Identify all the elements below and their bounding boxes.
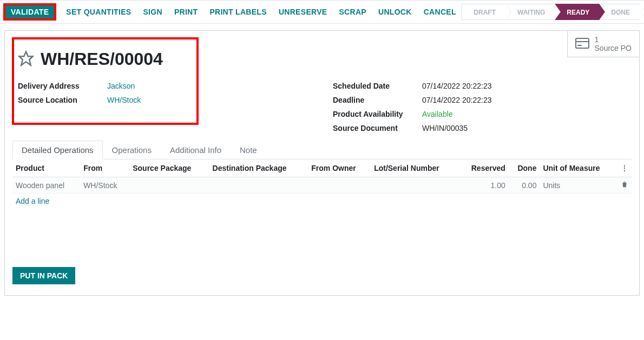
col-uom[interactable]: Unit of Measure [540,159,617,177]
col-options[interactable]: ⋮ [617,159,632,177]
svg-marker-3 [19,52,33,65]
col-from[interactable]: From [80,159,129,177]
tab-operations[interactable]: Operations [103,141,161,159]
status-done[interactable]: DONE [599,4,640,20]
deadline-value: 07/14/2022 20:22:23 [422,96,491,104]
detailed-operations-table: Product From Source Package Destination … [12,159,632,246]
kebab-icon: ⋮ [621,164,628,172]
col-source-package[interactable]: Source Package [129,159,209,177]
form-sheet: 1 Source PO WH/RES/00004 Delivery Addres… [4,30,640,296]
print-labels-button[interactable]: PRINT LABELS [208,5,268,18]
unlock-button[interactable]: UNLOCK [377,5,413,18]
status-ready[interactable]: READY [555,4,599,20]
trash-icon [621,181,628,190]
document-title: WH/RES/00004 [41,49,163,69]
scheduled-date-value: 07/14/2022 20:22:23 [422,82,491,90]
availability-label: Product Availability [333,110,422,118]
col-from-owner[interactable]: From Owner [308,159,371,177]
scrap-button[interactable]: SCRAP [338,5,367,18]
source-location-value[interactable]: WH/Stock [107,96,141,104]
cancel-button[interactable]: CANCEL [423,5,457,18]
col-destination-package[interactable]: Destination Package [209,159,308,177]
tab-additional-info[interactable]: Additional Info [161,141,231,159]
cell-reserved[interactable]: 1.00 [459,177,509,194]
status-waiting[interactable]: WAITING [505,4,555,20]
status-arrows: DRAFT WAITING READY DONE [461,4,640,20]
availability-value: Available [422,110,453,118]
set-quantities-button[interactable]: SET QUANTITIES [65,5,132,18]
cell-product[interactable]: Wooden panel [12,177,80,194]
unreserve-button[interactable]: UNRESERVE [278,5,328,18]
col-lot[interactable]: Lot/Serial Number [371,159,459,177]
validate-button[interactable]: VALIDATE [4,4,55,19]
deadline-label: Deadline [333,96,422,104]
delivery-address-label: Delivery Address [18,82,107,90]
put-in-pack-button[interactable]: PUT IN PACK [12,267,75,284]
table-row[interactable]: Wooden panel WH/Stock 1.00 0.00 Units [12,177,632,194]
right-column: Scheduled Date 07/14/2022 20:22:23 Deadl… [333,79,626,135]
source-doc-label: Source Document [333,124,422,132]
cell-from[interactable]: WH/Stock [80,177,129,194]
sign-button[interactable]: SIGN [142,5,163,18]
status-draft[interactable]: DRAFT [461,4,505,20]
col-done[interactable]: Done [509,159,540,177]
tab-note[interactable]: Note [231,141,266,159]
source-location-label: Source Location [18,96,107,104]
cell-delete[interactable] [617,177,632,194]
add-line-link[interactable]: Add a line [16,197,49,205]
col-reserved[interactable]: Reserved [459,159,509,177]
favorite-star-icon[interactable] [18,50,34,68]
action-toolbar: VALIDATE SET QUANTITIES SIGN PRINT PRINT… [0,0,644,24]
tab-bar: Detailed Operations Operations Additiona… [12,141,632,159]
delivery-address-value[interactable]: Jackson [107,82,135,90]
cell-from-owner[interactable] [308,177,371,194]
tab-detailed-operations[interactable]: Detailed Operations [12,141,103,159]
print-button[interactable]: PRINT [173,5,199,18]
cell-done[interactable]: 0.00 [509,177,540,194]
cell-lot[interactable] [371,177,459,194]
left-column: Delivery Address Jackson Source Location… [18,79,311,135]
cell-destination-package[interactable] [209,177,308,194]
cell-source-package[interactable] [129,177,209,194]
source-doc-value: WH/IN/00035 [422,124,468,132]
col-product[interactable]: Product [12,159,80,177]
scheduled-date-label: Scheduled Date [333,82,422,90]
cell-uom[interactable]: Units [540,177,617,194]
